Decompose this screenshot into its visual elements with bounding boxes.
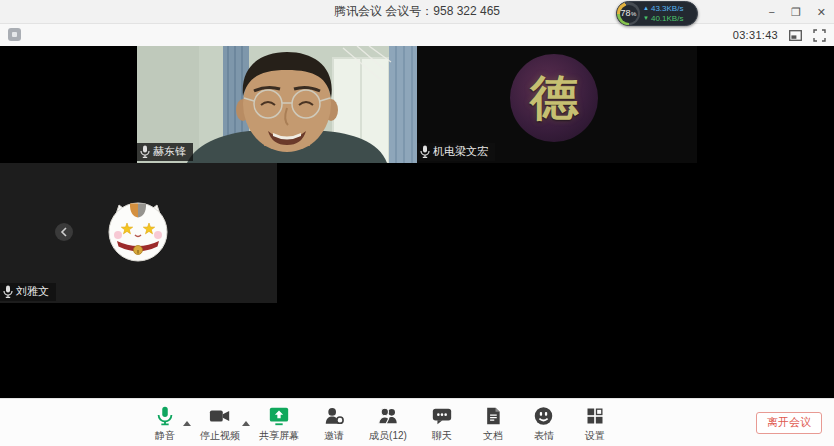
mute-button[interactable]: 静音 — [149, 405, 181, 443]
download-rate: ▼ 40.1KB/s — [643, 14, 683, 23]
window-title: 腾讯会议 会议号：958 322 465 — [334, 3, 500, 20]
upload-arrow-icon: ▲ — [643, 4, 649, 13]
meeting-toolbar: 静音 停止视频 共享屏幕 邀请 — [0, 398, 834, 446]
participant-nametag: 刘雅文 — [0, 283, 56, 301]
chevron-left-icon — [60, 227, 68, 237]
mic-small-icon — [140, 145, 150, 158]
participant-nametag: 机电梁文宏 — [417, 143, 495, 161]
participant-name: 刘雅文 — [16, 285, 49, 297]
invite-button[interactable]: 邀请 — [318, 405, 350, 443]
members-icon — [376, 405, 400, 427]
mic-options-caret-icon[interactable] — [183, 412, 191, 430]
cpu-gauge-icon: 78% — [617, 2, 640, 25]
invite-person-icon — [322, 405, 346, 427]
meeting-timer: 03:31:43 — [733, 29, 778, 41]
tencent-meeting-window: 腾讯会议 会议号：958 322 465 − ❐ ✕ 78% ▲ 43.3KB/… — [0, 0, 834, 446]
video-tile-liangwenhong[interactable]: 德 机电梁文宏 — [417, 46, 697, 163]
emoji-smiley-icon — [533, 405, 554, 427]
window-controls: − ❐ ✕ — [768, 0, 826, 24]
cpu-percent: 78% — [620, 5, 638, 23]
mic-small-icon — [3, 285, 13, 298]
network-rates: ▲ 43.3KB/s ▼ 40.1KB/s — [643, 4, 683, 23]
share-screen-button[interactable]: 共享屏幕 — [259, 405, 299, 443]
participant-name: 赫东锋 — [153, 145, 186, 157]
calligraphy-avatar: 德 — [510, 54, 598, 142]
camera-icon — [208, 405, 232, 427]
floating-window-icon[interactable] — [789, 30, 802, 41]
docs-button[interactable]: 文档 — [477, 405, 509, 443]
restore-button[interactable]: ❐ — [791, 7, 801, 18]
document-icon — [483, 405, 503, 427]
close-button[interactable]: ✕ — [817, 7, 826, 18]
video-options-caret-icon[interactable] — [242, 412, 250, 430]
performance-overlay[interactable]: 78% ▲ 43.3KB/s ▼ 40.1KB/s — [616, 1, 698, 26]
participant-name: 机电梁文宏 — [433, 145, 488, 157]
upload-rate: ▲ 43.3KB/s — [643, 4, 683, 13]
network-status-icon[interactable] — [8, 28, 21, 41]
download-arrow-icon: ▼ — [643, 14, 649, 23]
leave-meeting-button[interactable]: 离开会议 — [756, 412, 822, 434]
mic-small-icon — [420, 145, 430, 158]
settings-button[interactable]: 设置 — [579, 405, 611, 443]
emoji-button[interactable]: 表情 — [528, 405, 560, 443]
title-bar: 腾讯会议 会议号：958 322 465 − ❐ ✕ — [0, 0, 834, 24]
fullscreen-icon[interactable] — [813, 29, 826, 42]
collapse-left-button[interactable] — [55, 223, 73, 241]
video-stage: 赫东锋 德 机电梁文宏 — [0, 46, 834, 398]
stop-video-button[interactable]: 停止视频 — [200, 405, 240, 443]
settings-grid-icon — [585, 405, 605, 427]
video-tile-liuyawen[interactable]: 刘雅文 — [0, 163, 277, 303]
mic-icon — [154, 405, 176, 427]
minimize-button[interactable]: − — [768, 7, 774, 18]
members-button[interactable]: 成员(12) — [369, 405, 407, 443]
chat-bubble-icon — [430, 405, 454, 427]
participant-nametag: 赫东锋 — [137, 143, 193, 161]
chat-button[interactable]: 聊天 — [426, 405, 458, 443]
cat-avatar — [106, 200, 170, 264]
meeting-info-bar: 03:31:43 — [0, 24, 834, 46]
video-tile-hedongfeng[interactable]: 赫东锋 — [137, 46, 417, 163]
screen-share-icon — [267, 405, 291, 427]
